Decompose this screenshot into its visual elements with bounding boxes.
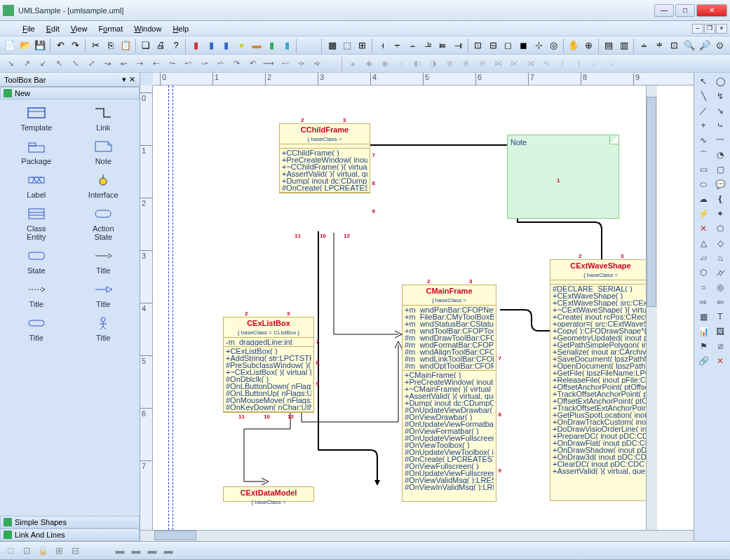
arc-icon[interactable]: ⌒ xyxy=(696,148,711,162)
text-icon[interactable]: T xyxy=(712,310,728,324)
callout-icon[interactable]: 💬 xyxy=(712,177,728,191)
flag-icon[interactable]: ⚑ xyxy=(696,339,711,353)
zoomin-icon[interactable]: 🔍 xyxy=(682,38,697,53)
cursor-icon[interactable]: ↖ xyxy=(696,74,711,88)
tool-state[interactable]: State xyxy=(3,248,70,275)
lightning-icon[interactable]: ⚡ xyxy=(696,207,711,221)
tool-link[interactable]: Link xyxy=(70,105,137,132)
guideline[interactable] xyxy=(168,86,169,530)
cross-icon[interactable]: ✕ xyxy=(696,221,711,235)
help-icon[interactable]: ? xyxy=(169,38,184,53)
arrow11-icon[interactable]: ⤳ xyxy=(164,56,180,71)
uml-class-waveshape[interactable]: CExtWaveShape{ baseClass = #DECLARE_SERI… xyxy=(550,259,651,501)
circle-icon[interactable]: ○ xyxy=(696,280,711,294)
shape16-icon[interactable]: ⌿ xyxy=(587,56,602,71)
shape12-icon[interactable]: ⋊ xyxy=(522,56,538,71)
select-icon[interactable]: ⬚ xyxy=(340,38,355,53)
b4-icon[interactable]: ⊞ xyxy=(51,543,67,559)
scrollbar-vertical[interactable] xyxy=(646,86,657,530)
tool-template[interactable]: Template xyxy=(3,105,70,132)
chart-icon[interactable]: 📊 xyxy=(696,325,711,339)
shape11-icon[interactable]: ⋉ xyxy=(506,56,522,71)
b5-icon[interactable]: ⊟ xyxy=(67,543,83,559)
lasso-icon[interactable]: ◯ xyxy=(712,74,728,88)
tool-title4[interactable]: Title xyxy=(3,315,70,342)
polyline-icon[interactable]: ↯ xyxy=(712,89,728,103)
save-icon[interactable]: 💾 xyxy=(33,38,48,53)
toolbox-cat-new[interactable]: New xyxy=(0,87,140,100)
shape5-icon[interactable]: ◐ xyxy=(410,56,425,71)
pie-icon[interactable]: ◔ xyxy=(712,148,728,162)
arrow3-icon[interactable]: ↙ xyxy=(35,56,50,71)
plus-icon[interactable]: + xyxy=(696,118,711,132)
fill-yellow-icon[interactable]: ● xyxy=(234,38,249,53)
connector-icon[interactable]: ⤷ xyxy=(712,118,728,132)
fill-cyan-icon[interactable]: ▮ xyxy=(280,38,295,53)
line2-icon[interactable]: ／ xyxy=(696,104,711,118)
delete-icon[interactable]: ✕ xyxy=(712,354,728,368)
ring-icon[interactable]: ◎ xyxy=(712,280,728,294)
menu-help[interactable]: Help xyxy=(167,23,194,34)
shape8-icon[interactable]: ⊕ xyxy=(458,56,473,71)
arrow2-icon[interactable]: ↗ xyxy=(19,56,34,71)
link-icon[interactable]: 🔗 xyxy=(696,354,711,368)
arrow7-icon[interactable]: ↝ xyxy=(100,56,115,71)
back-icon[interactable]: ◼ xyxy=(516,38,531,53)
align-c-icon[interactable]: ⫟ xyxy=(391,38,405,53)
mdi-restore[interactable]: ❐ xyxy=(704,24,715,34)
roundrect-icon[interactable]: ▢ xyxy=(712,163,728,177)
b9-icon[interactable]: ▬ xyxy=(161,543,176,559)
b6-icon[interactable]: ▬ xyxy=(112,543,128,559)
canvas[interactable]: CChildFrame{ baseClass = +CChildFrame( )… xyxy=(153,86,694,530)
align-l-icon[interactable]: ⫞ xyxy=(375,38,390,53)
shape3-icon[interactable]: ◉ xyxy=(377,56,393,71)
guideline[interactable] xyxy=(173,86,173,530)
shape10-icon[interactable]: ⋈ xyxy=(490,56,506,71)
arrow13-icon[interactable]: ⤻ xyxy=(196,56,212,71)
snap-icon[interactable]: ⊞ xyxy=(355,38,370,53)
scrollbar-horizontal[interactable] xyxy=(140,530,694,541)
bezier-icon[interactable]: 〰 xyxy=(712,133,728,147)
layer2-icon[interactable]: ▥ xyxy=(617,38,632,53)
blockarrow2-icon[interactable]: ⇦ xyxy=(712,295,728,309)
undo-icon[interactable]: ↶ xyxy=(53,38,68,53)
shape7-icon[interactable]: ⊗ xyxy=(442,56,457,71)
triangle-icon[interactable]: △ xyxy=(696,236,711,250)
redo-icon[interactable]: ↷ xyxy=(68,38,83,53)
tool-action-state[interactable]: Action State xyxy=(70,206,137,241)
distribute-v-icon[interactable]: ⫩ xyxy=(652,38,667,53)
arrow1-icon[interactable]: ↘ xyxy=(3,56,18,71)
menu-file[interactable]: File xyxy=(17,23,41,34)
toolbox-cat-links[interactable]: Link And Lines xyxy=(0,528,140,541)
mdi-minimize[interactable]: – xyxy=(692,24,703,34)
copy-icon[interactable]: ⎘ xyxy=(103,38,118,53)
uml-class-exlistbox[interactable]: CExListBox{ baseClass = CListBox } -m_dr… xyxy=(223,317,314,413)
align-b-icon[interactable]: ⫣ xyxy=(451,38,466,53)
group-icon[interactable]: ⊡ xyxy=(471,38,485,53)
arrow10-icon[interactable]: ⇠ xyxy=(148,56,163,71)
blockarrow-icon[interactable]: ⇨ xyxy=(696,295,711,309)
arrow8-icon[interactable]: ↜ xyxy=(116,56,131,71)
toolbox-cat-simple[interactable]: Simple Shapes xyxy=(0,516,140,528)
shape14-icon[interactable]: ≀ xyxy=(555,56,570,71)
arrow16-icon[interactable]: ↶ xyxy=(245,56,260,71)
shape2-icon[interactable]: ◆ xyxy=(361,56,377,71)
menu-format[interactable]: Format xyxy=(93,23,128,34)
arrow-icon[interactable]: ↘ xyxy=(712,104,728,118)
tool-title3[interactable]: Title xyxy=(70,282,137,308)
arrow17-icon[interactable]: ⟿ xyxy=(261,56,276,71)
align-right-icon[interactable]: ▮ xyxy=(219,38,234,53)
menu-edit[interactable]: Edit xyxy=(41,23,65,34)
fill-orange-icon[interactable]: ▬ xyxy=(250,38,264,53)
zoom100-icon[interactable]: ⊙ xyxy=(712,38,727,53)
cloud-icon[interactable]: ☁ xyxy=(696,192,711,206)
arrow6-icon[interactable]: ⤢ xyxy=(83,56,99,71)
polygon-icon[interactable]: ⬠ xyxy=(712,221,728,235)
image-icon[interactable]: 🖼 xyxy=(712,325,728,339)
arrow12-icon[interactable]: ⬿ xyxy=(180,56,196,71)
arrow14-icon[interactable]: ⤺ xyxy=(212,56,228,71)
trapezoid-icon[interactable]: ⏢ xyxy=(712,251,728,265)
close-button[interactable]: ✕ xyxy=(696,4,727,17)
align-center-icon[interactable]: ▮ xyxy=(204,38,219,53)
paste-icon[interactable]: 📋 xyxy=(119,38,133,53)
